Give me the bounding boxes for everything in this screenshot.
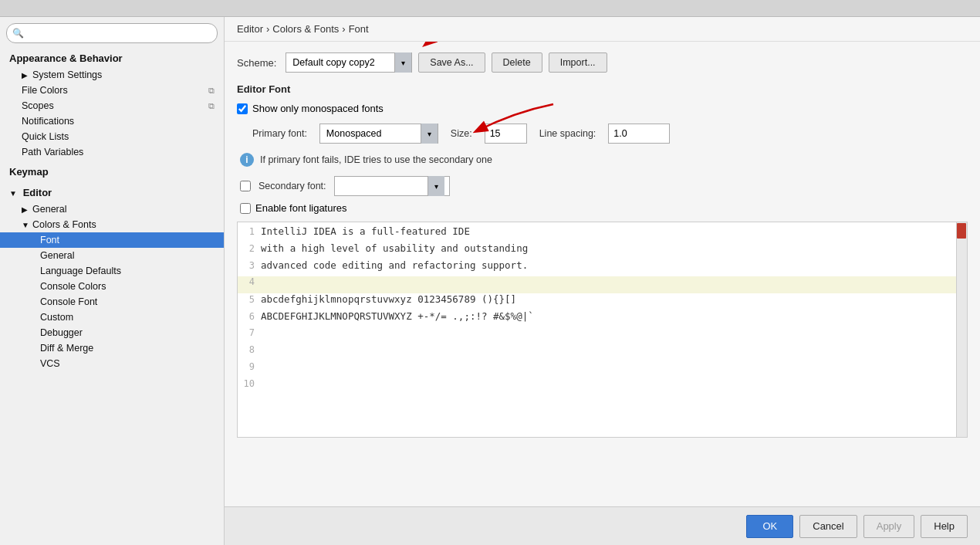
copy-icon-2: ⧉ — [208, 101, 215, 111]
save-as-button[interactable]: Save As... — [418, 52, 485, 73]
diff-merge-label: Diff & Merge — [40, 343, 93, 354]
line-number: 1 — [238, 226, 261, 237]
sidebar-item-general[interactable]: ▶ General — [0, 201, 224, 217]
sidebar-item-system-settings[interactable]: ▶ System Settings — [0, 67, 224, 83]
ligatures-checkbox[interactable] — [240, 203, 251, 214]
cancel-button[interactable]: Cancel — [799, 515, 857, 538]
preview-scrollbar[interactable] — [956, 222, 967, 437]
console-colors-label: Console Colors — [40, 281, 106, 292]
sidebar-item-quick-lists[interactable]: Quick Lists — [0, 129, 224, 144]
scheme-label: Scheme: — [237, 57, 276, 69]
breadcrumb-part-2: Colors & Fonts — [272, 23, 339, 35]
notifications-label: Notifications — [22, 116, 74, 127]
debugger-label: Debugger — [40, 327, 83, 338]
primary-font-dropdown[interactable]: Monospaced ▾ — [319, 124, 438, 144]
breadcrumb-sep-2: › — [342, 23, 345, 35]
sidebar-item-console-colors[interactable]: Console Colors — [0, 279, 224, 294]
scheme-dropdown[interactable]: Default copy copy2 ▾ — [286, 52, 412, 73]
path-variables-label: Path Variables — [22, 147, 83, 157]
sidebar-item-debugger[interactable]: Debugger — [0, 325, 224, 340]
preview-line: 8 — [238, 344, 967, 361]
console-font-label: Console Font — [40, 296, 97, 307]
sidebar-item-language-defaults[interactable]: Language Defaults — [0, 263, 224, 279]
sidebar-item-notifications[interactable]: Notifications — [0, 113, 224, 129]
sidebar-header-appearance[interactable]: Appearance & Behavior — [0, 49, 224, 67]
line-content: with a high level of usability and outst… — [261, 242, 528, 254]
font-options-row: Primary font: Monospaced ▾ Size: L — [237, 124, 968, 144]
search-box[interactable]: 🔍 — [6, 23, 218, 43]
line-content: ABCDEFGHIJKLMNOPQRSTUVWXYZ +-*/= .,;:!? … — [261, 310, 534, 322]
line-number: 5 — [238, 294, 261, 305]
sidebar-header-keymap[interactable]: Keymap — [0, 163, 224, 181]
show-monospaced-label: Show only monospaced fonts — [252, 103, 384, 114]
colors-fonts-label: Colors & Fonts — [32, 219, 96, 230]
secondary-font-dropdown[interactable]: ▾ — [334, 176, 450, 196]
keymap-header-label: Keymap — [9, 166, 49, 178]
scheme-value: Default copy copy2 — [286, 57, 394, 68]
line-content: abcdefghijklmnopqrstuvwxyz 0123456789 ()… — [261, 293, 516, 305]
search-input[interactable] — [6, 23, 218, 43]
line-number: 6 — [238, 311, 261, 322]
ligatures-label: Enable font ligatures — [255, 202, 347, 214]
vcs-label: VCS — [40, 358, 60, 369]
sidebar-item-vcs[interactable]: VCS — [0, 356, 224, 371]
sidebar-item-file-colors[interactable]: File Colors ⧉ — [0, 83, 224, 98]
expand-icon: ▶ — [22, 71, 29, 80]
secondary-font-dropdown-arrow[interactable]: ▾ — [427, 176, 444, 196]
main-container: 🔍 Appearance & Behavior ▶ System Setting… — [0, 17, 980, 545]
main-content: Editor › Colors & Fonts › Font Scheme: — [225, 17, 980, 545]
size-label: Size: — [451, 128, 472, 139]
preview-lines: 1IntelliJ IDEA is a full-featured IDE2wi… — [238, 222, 967, 437]
preview-line: 7 — [238, 327, 967, 344]
apply-button[interactable]: Apply — [863, 515, 915, 538]
editor-font-section-header: Editor Font — [237, 83, 968, 95]
general2-label: General — [40, 250, 74, 261]
delete-button[interactable]: Delete — [492, 52, 542, 73]
sidebar: 🔍 Appearance & Behavior ▶ System Setting… — [0, 17, 225, 545]
ligatures-row: Enable font ligatures — [240, 202, 968, 214]
sidebar-item-scopes[interactable]: Scopes ⧉ — [0, 98, 224, 113]
ok-button[interactable]: OK — [746, 515, 793, 538]
preview-line: 1IntelliJ IDEA is a full-featured IDE — [238, 225, 967, 242]
preview-line: 10 — [238, 378, 967, 395]
sidebar-item-path-variables[interactable]: Path Variables — [0, 144, 224, 160]
sidebar-item-diff-merge[interactable]: Diff & Merge — [0, 340, 224, 356]
show-monospaced-checkbox[interactable] — [237, 103, 248, 114]
line-spacing-input[interactable] — [608, 124, 670, 144]
show-monospaced-row: Show only monospaced fonts — [237, 103, 968, 114]
preview-line: 4 — [238, 276, 967, 293]
scheme-row: Scheme: Default copy copy2 ▾ Save As... … — [237, 52, 968, 73]
general-label: General — [32, 204, 66, 215]
scopes-label: Scopes — [22, 100, 54, 111]
general-expand-icon: ▶ — [22, 205, 29, 214]
preview-line: 2with a high level of usability and outs… — [238, 242, 967, 259]
sidebar-item-console-font[interactable]: Console Font — [0, 294, 224, 310]
sidebar-item-font[interactable]: Font — [0, 232, 224, 248]
bottom-bar: OK Cancel Apply Help — [225, 506, 980, 545]
custom-label: Custom — [40, 312, 73, 323]
copy-icon: ⧉ — [208, 86, 215, 96]
scheme-dropdown-arrow[interactable]: ▾ — [394, 52, 411, 73]
preview-line: 3advanced code editing and refactoring s… — [238, 259, 967, 276]
preview-scroll-thumb[interactable] — [957, 223, 966, 239]
sidebar-header-editor[interactable]: ▼ Editor — [0, 184, 224, 201]
preview-container: 1IntelliJ IDEA is a full-featured IDE2wi… — [237, 222, 968, 438]
sidebar-item-custom[interactable]: Custom — [0, 310, 224, 325]
line-number: 10 — [238, 378, 261, 389]
editor-expand-icon: ▼ — [9, 189, 17, 198]
sidebar-item-colors-fonts[interactable]: ▼ Colors & Fonts — [0, 217, 224, 232]
help-button[interactable]: Help — [921, 515, 968, 538]
editor-header-label: Editor — [23, 187, 52, 198]
line-number: 7 — [238, 327, 261, 338]
primary-font-dropdown-arrow[interactable]: ▾ — [421, 124, 438, 144]
sidebar-item-general2[interactable]: General — [0, 248, 224, 263]
language-defaults-label: Language Defaults — [40, 266, 121, 276]
preview-line: 9 — [238, 361, 967, 378]
preview-line: 6ABCDEFGHIJKLMNOPQRSTUVWXYZ +-*/= .,;:!?… — [238, 310, 967, 327]
line-number: 8 — [238, 344, 261, 355]
import-button[interactable]: Import... — [549, 52, 607, 73]
breadcrumb: Editor › Colors & Fonts › Font — [225, 17, 980, 42]
size-input[interactable] — [485, 124, 527, 144]
secondary-font-checkbox[interactable] — [240, 181, 251, 191]
preview-line: 5abcdefghijklmnopqrstuvwxyz 0123456789 (… — [238, 293, 967, 310]
